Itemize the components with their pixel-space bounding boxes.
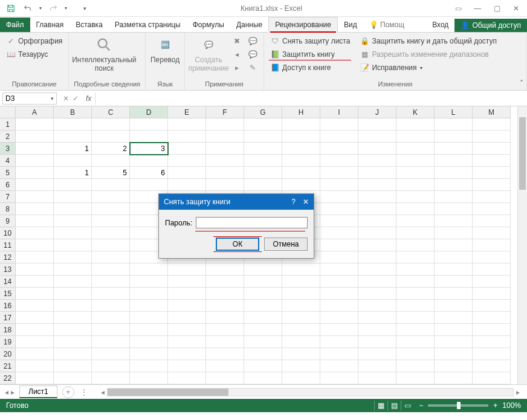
cell[interactable] xyxy=(16,324,54,336)
cell[interactable] xyxy=(92,118,130,131)
cell[interactable] xyxy=(358,131,396,143)
cell[interactable] xyxy=(473,372,511,384)
cell[interactable] xyxy=(206,372,244,384)
cell[interactable] xyxy=(244,155,282,167)
zoom-out-icon[interactable]: − xyxy=(419,401,423,410)
maximize-icon[interactable]: ▢ xyxy=(490,4,504,13)
ok-button[interactable]: ОК xyxy=(216,237,259,251)
cell[interactable] xyxy=(92,155,130,167)
cell[interactable] xyxy=(16,312,54,324)
cell[interactable] xyxy=(358,360,396,372)
cell[interactable] xyxy=(206,336,244,348)
minimize-icon[interactable]: — xyxy=(470,4,485,13)
zoom-in-icon[interactable]: + xyxy=(493,401,497,410)
cell[interactable] xyxy=(358,324,396,336)
cell[interactable] xyxy=(358,300,396,312)
cell[interactable] xyxy=(358,203,396,215)
cell[interactable] xyxy=(168,276,206,288)
share-button[interactable]: 👤Общий доступ xyxy=(454,19,527,32)
smart-lookup-button[interactable]: Интеллектуальный поиск xyxy=(74,35,134,73)
sheet-nav-next-icon[interactable]: ▸ xyxy=(11,388,15,396)
cell[interactable] xyxy=(130,372,168,384)
cell[interactable] xyxy=(16,227,54,239)
cell[interactable] xyxy=(244,288,282,300)
row-header[interactable]: 14 xyxy=(0,276,16,288)
cell[interactable] xyxy=(16,263,54,276)
column-header[interactable]: L xyxy=(435,106,473,118)
spelling-button[interactable]: ✓Орфография xyxy=(5,35,63,47)
cell[interactable] xyxy=(16,276,54,288)
cell[interactable] xyxy=(396,300,435,312)
cell[interactable] xyxy=(244,167,282,179)
column-header[interactable]: H xyxy=(282,106,320,118)
cell[interactable] xyxy=(473,118,511,131)
cell[interactable] xyxy=(130,288,168,300)
cell[interactable] xyxy=(282,179,320,191)
undo-dropdown-icon[interactable]: ▾ xyxy=(37,2,44,15)
cell[interactable]: 6 xyxy=(130,167,168,179)
cell[interactable] xyxy=(54,360,92,372)
tab-review[interactable]: Рецензирование xyxy=(268,17,338,33)
cell[interactable] xyxy=(130,118,168,131)
cell[interactable] xyxy=(435,336,473,348)
sheet-nav-prev-icon[interactable]: ◂ xyxy=(5,388,8,396)
cell[interactable] xyxy=(358,312,396,324)
cell[interactable] xyxy=(92,360,130,372)
cell[interactable] xyxy=(320,360,358,372)
cell[interactable] xyxy=(473,288,511,300)
cell[interactable] xyxy=(16,372,54,384)
cell[interactable] xyxy=(320,227,358,239)
protect-workbook-button[interactable]: 📗Защитить книгу xyxy=(269,48,351,60)
row-header[interactable]: 11 xyxy=(0,239,16,251)
row-header[interactable]: 4 xyxy=(0,155,16,167)
password-input[interactable] xyxy=(196,217,308,228)
cell[interactable] xyxy=(320,263,358,276)
row-header[interactable]: 1 xyxy=(0,118,16,131)
tab-data[interactable]: Данные xyxy=(230,18,268,32)
cell[interactable] xyxy=(358,191,396,203)
cell[interactable] xyxy=(358,227,396,239)
cell[interactable] xyxy=(168,288,206,300)
cell[interactable] xyxy=(16,131,54,143)
cell[interactable] xyxy=(130,360,168,372)
cell[interactable] xyxy=(358,276,396,288)
cell[interactable] xyxy=(16,215,54,227)
cell[interactable] xyxy=(168,324,206,336)
cell[interactable] xyxy=(16,360,54,372)
cell[interactable] xyxy=(320,239,358,251)
sign-in[interactable]: Вход xyxy=(426,18,454,32)
cell[interactable] xyxy=(473,300,511,312)
cell[interactable] xyxy=(92,227,130,239)
cell[interactable] xyxy=(244,360,282,372)
cell[interactable] xyxy=(358,251,396,263)
cell[interactable] xyxy=(473,276,511,288)
sheet-tab[interactable]: Лист1 xyxy=(19,386,57,398)
cell[interactable] xyxy=(473,251,511,263)
cell[interactable] xyxy=(320,324,358,336)
cell[interactable] xyxy=(244,131,282,143)
cell[interactable] xyxy=(130,348,168,360)
cell[interactable] xyxy=(54,179,92,191)
tab-page-layout[interactable]: Разметка страницы xyxy=(109,18,187,32)
cell[interactable] xyxy=(358,179,396,191)
cell[interactable] xyxy=(435,312,473,324)
cell[interactable] xyxy=(473,143,511,155)
cell[interactable] xyxy=(16,191,54,203)
cell[interactable] xyxy=(168,167,206,179)
row-header[interactable]: 10 xyxy=(0,227,16,239)
cell[interactable] xyxy=(244,143,282,155)
cell[interactable] xyxy=(396,372,435,384)
cell[interactable] xyxy=(168,143,206,155)
cell[interactable] xyxy=(244,263,282,276)
cell[interactable] xyxy=(54,300,92,312)
cell[interactable] xyxy=(168,336,206,348)
view-page-break-icon[interactable]: ▭ xyxy=(401,401,414,410)
cell[interactable] xyxy=(320,203,358,215)
cell[interactable] xyxy=(92,372,130,384)
cell[interactable] xyxy=(396,215,435,227)
cell[interactable] xyxy=(168,263,206,276)
cell[interactable] xyxy=(130,155,168,167)
cell[interactable] xyxy=(435,372,473,384)
close-icon[interactable]: ✕ xyxy=(509,4,523,13)
undo-icon[interactable] xyxy=(21,2,35,15)
